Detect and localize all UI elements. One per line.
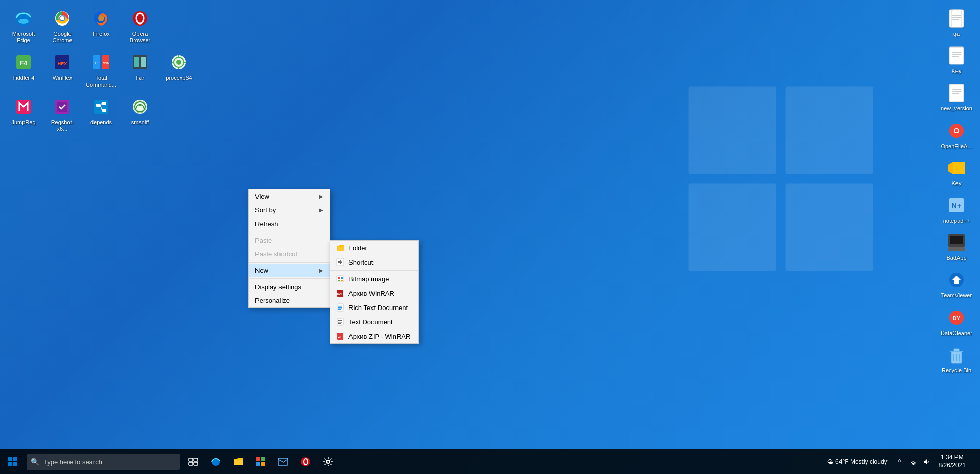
submenu-zip[interactable]: ZIP Архив ZIP - WinRAR	[330, 329, 418, 343]
taskbar-explorer[interactable]	[227, 451, 249, 473]
svg-rect-97	[278, 458, 288, 465]
svg-rect-39	[952, 15, 961, 16]
tray-network[interactable]	[907, 456, 919, 468]
desktop-icon-qa[interactable]: qa	[938, 5, 975, 40]
svg-rect-55	[948, 247, 965, 251]
taskbar-edge[interactable]	[204, 451, 227, 473]
shortcut-sm-icon	[336, 258, 344, 266]
svg-rect-94	[261, 457, 265, 461]
svg-rect-86	[8, 462, 12, 466]
notepadpp-label: notepad++	[943, 218, 970, 224]
ctx-personalize[interactable]: Personalize	[249, 294, 330, 307]
show-desktop-button[interactable]	[972, 451, 976, 473]
taskbar-settings[interactable]	[317, 451, 339, 473]
taskbar-opera[interactable]	[294, 451, 317, 473]
rtf-label: Rich Text Document	[348, 304, 408, 312]
svg-point-26	[176, 60, 181, 65]
taskbar-store[interactable]	[249, 451, 272, 473]
desktop-icon-key2[interactable]: Key	[938, 155, 975, 190]
svg-rect-32	[102, 102, 106, 105]
desktop-icon-teamviewer[interactable]: TeamViewer	[938, 267, 975, 302]
ctx-display-settings[interactable]: Display settings	[249, 280, 330, 294]
desktop-icon-recycle-bin[interactable]: Recycle Bin	[938, 342, 975, 377]
recycle-bin-label: Recycle Bin	[942, 367, 971, 374]
qa-icon	[946, 8, 967, 29]
desktop-icon-totalcmd[interactable]: TC 5% Total Command...	[83, 49, 120, 91]
desktop-icon-badapp[interactable]: BadApp	[938, 229, 975, 265]
desktop-icon-new-version[interactable]: new_version	[938, 80, 975, 115]
svg-point-37	[139, 104, 141, 106]
svg-rect-95	[256, 462, 260, 466]
ctx-view[interactable]: View ▶	[249, 189, 330, 203]
ctx-paste: Paste	[249, 233, 330, 247]
ctx-sep-2	[249, 262, 330, 263]
regshot-icon	[52, 97, 73, 117]
start-button[interactable]	[0, 449, 25, 474]
taskbar-search[interactable]: 🔍 Type here to search	[27, 454, 180, 470]
desktop-icon-fiddler[interactable]: F4 Fiddler 4	[5, 49, 42, 91]
key2-icon	[946, 158, 967, 178]
svg-rect-81	[338, 323, 341, 324]
svg-rect-56	[950, 236, 963, 244]
desktop-icon-firefox[interactable]: Firefox	[83, 5, 120, 47]
tray-volume[interactable]	[920, 456, 932, 468]
desktop-icon-smsniff[interactable]: smsniff	[122, 93, 158, 135]
openfile-label: OpenFileA...	[941, 143, 972, 150]
submenu-folder[interactable]: Folder	[330, 241, 418, 255]
svg-rect-31	[96, 104, 100, 107]
far-icon	[130, 52, 150, 73]
desktop-icon-far[interactable]: Far	[122, 49, 158, 91]
desktop: Microsoft Edge Google Chrome	[0, 0, 980, 474]
desktop-icon-key1[interactable]: Key	[938, 42, 975, 78]
svg-text:RAR: RAR	[337, 292, 344, 295]
desktop-icon-jumpreg[interactable]: JumpReg	[5, 93, 42, 135]
smsniff-icon	[130, 97, 150, 117]
qa-label: qa	[953, 31, 960, 37]
weather-text: 64°F Mostly cloudy	[835, 458, 888, 465]
svg-rect-1	[786, 87, 873, 174]
task-view-button[interactable]	[182, 451, 204, 473]
taskbar-tray: ^	[894, 456, 932, 468]
desktop-icon-edge[interactable]: Microsoft Edge	[5, 5, 42, 47]
svg-rect-43	[952, 52, 961, 53]
submenu-rtf[interactable]: Rich Text Document	[330, 300, 418, 315]
fiddler-icon: F4	[13, 52, 34, 73]
submenu-txt[interactable]: Text Document	[330, 315, 418, 329]
desktop-icon-regshot[interactable]: Regshot-x6...	[44, 93, 81, 135]
desktop-icon-opera[interactable]: Opera Browser	[122, 5, 158, 47]
desktop-icon-procexp[interactable]: procexp64	[160, 49, 197, 91]
taskbar-weather[interactable]: 🌤 64°F Mostly cloudy	[823, 458, 892, 465]
svg-rect-79	[338, 320, 342, 321]
taskbar-right: 🌤 64°F Mostly cloudy ^	[823, 451, 980, 473]
submenu-winrar[interactable]: RAR Архив WinRAR	[330, 286, 418, 300]
smsniff-label: smsniff	[131, 119, 149, 126]
svg-text:TC: TC	[94, 61, 100, 65]
svg-rect-89	[194, 458, 198, 461]
svg-rect-85	[13, 457, 17, 461]
folder-sm-icon	[336, 244, 344, 252]
ctx-sort-by[interactable]: Sort by ▶	[249, 203, 330, 217]
openfile-icon: O	[946, 121, 967, 141]
svg-rect-80	[338, 322, 342, 323]
desktop-icon-depends[interactable]: depends	[83, 93, 120, 135]
svg-rect-48	[952, 91, 961, 92]
winrar-sm-icon: RAR	[336, 289, 344, 297]
taskbar-mail[interactable]	[272, 451, 294, 473]
submenu-bitmap[interactable]: Bitmap image	[330, 272, 418, 286]
tray-chevron[interactable]: ^	[894, 456, 906, 468]
ctx-paste-shortcut: Paste shortcut	[249, 247, 330, 261]
key1-label: Key	[952, 68, 962, 75]
svg-rect-62	[954, 349, 959, 351]
key1-icon	[946, 45, 967, 66]
desktop-icon-winhex[interactable]: HEX WinHex	[44, 49, 81, 91]
desktop-icon-datacleaner[interactable]: DY DataCleaner	[938, 304, 975, 340]
desktop-icon-notepadpp[interactable]: N+ notepad++	[938, 192, 975, 227]
ctx-refresh[interactable]: Refresh	[249, 217, 330, 231]
taskbar-time[interactable]: 1:34 PM 8/26/2021	[935, 454, 970, 469]
ctx-new[interactable]: New ▶	[249, 264, 330, 277]
procexp-icon	[169, 52, 189, 73]
taskbar-search-icon: 🔍	[31, 458, 39, 466]
desktop-icon-openfile[interactable]: O OpenFileA...	[938, 117, 975, 153]
submenu-shortcut[interactable]: Shortcut	[330, 255, 418, 269]
desktop-icon-chrome[interactable]: Google Chrome	[44, 5, 81, 47]
